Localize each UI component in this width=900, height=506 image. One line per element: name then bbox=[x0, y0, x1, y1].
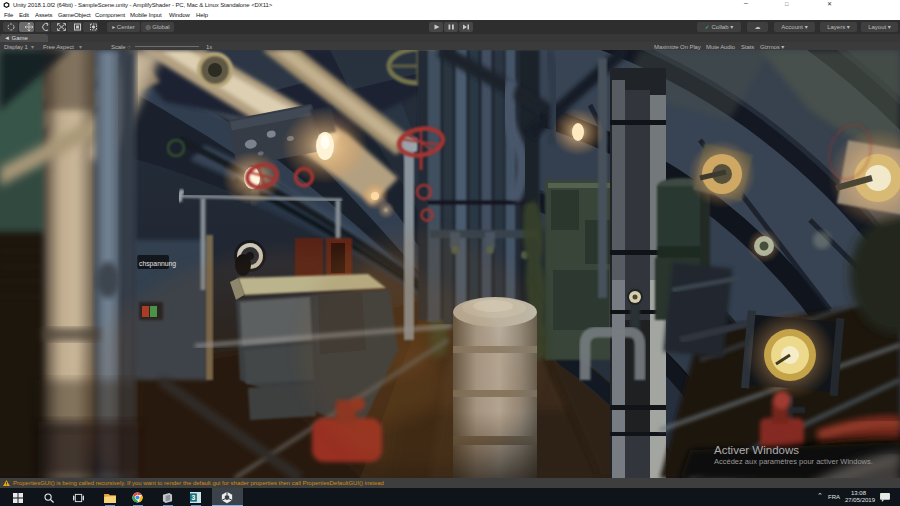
svg-text:3: 3 bbox=[191, 494, 195, 501]
svg-text:Activer Windows: Activer Windows bbox=[714, 444, 799, 456]
svg-text:Accédez aux paramètres pour ac: Accédez aux paramètres pour activer Wind… bbox=[714, 457, 873, 466]
svg-text:chspannung: chspannung bbox=[139, 260, 176, 268]
